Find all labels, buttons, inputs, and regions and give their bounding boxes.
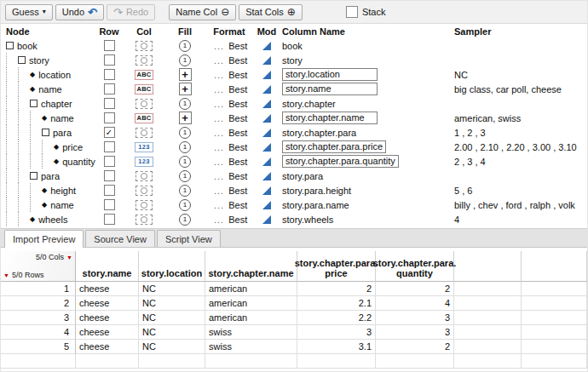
tree-node[interactable]: para: [1, 125, 96, 140]
tree-node[interactable]: story: [1, 53, 96, 67]
no-column-icon[interactable]: [135, 215, 153, 225]
mod-triangle-icon[interactable]: [262, 201, 271, 209]
no-column-icon[interactable]: [135, 41, 153, 51]
row-checkbox[interactable]: [104, 141, 115, 152]
stat-cols-button[interactable]: Stat Cols ⊕: [239, 4, 303, 20]
format-cell[interactable]: ...Best: [204, 186, 255, 196]
fill-once-icon[interactable]: 1: [179, 40, 191, 52]
tree-node[interactable]: ◆height: [1, 183, 96, 197]
column-name-input[interactable]: story.chapter.para.price: [282, 140, 386, 153]
fill-once-icon[interactable]: 1: [179, 54, 191, 66]
format-cell[interactable]: ...Best: [204, 142, 255, 152]
character-type-icon[interactable]: ABC: [135, 113, 153, 123]
tree-node[interactable]: ◆name: [1, 82, 96, 96]
row-checkbox[interactable]: [104, 214, 115, 225]
tab-script-view[interactable]: Script View: [157, 230, 221, 247]
mod-triangle-icon[interactable]: [262, 215, 271, 224]
format-value: Best: [228, 70, 247, 80]
mod-triangle-icon[interactable]: [262, 42, 271, 50]
column-name-cell: story.chapter.para.price: [279, 140, 449, 153]
format-cell[interactable]: ...Best: [204, 128, 255, 138]
fill-once-icon[interactable]: 1: [179, 214, 191, 226]
tree-node[interactable]: ◆wheels: [1, 212, 96, 226]
mod-triangle-icon[interactable]: [262, 186, 271, 195]
fill-cross-icon[interactable]: +: [179, 112, 192, 124]
tree-node[interactable]: ◆location: [1, 67, 96, 82]
tree-node[interactable]: ◆quantity: [1, 154, 96, 169]
mod-triangle-icon[interactable]: [262, 71, 271, 79]
numeric-type-icon[interactable]: 123: [135, 157, 153, 167]
format-cell[interactable]: ...Best: [204, 113, 255, 123]
redo-button[interactable]: ↷ Redo: [107, 4, 155, 20]
fill-once-icon[interactable]: 1: [179, 98, 191, 110]
no-column-icon[interactable]: [135, 55, 153, 66]
tab-source-view[interactable]: Source View: [85, 230, 155, 247]
no-column-icon[interactable]: [135, 99, 153, 109]
tab-import-preview[interactable]: Import Preview: [4, 230, 84, 248]
name-col-button[interactable]: Name Col ⊖: [169, 4, 236, 20]
mod-triangle-icon[interactable]: [262, 114, 271, 123]
tree-node[interactable]: ◆price: [1, 140, 96, 154]
format-cell[interactable]: ...Best: [204, 157, 255, 167]
row-checkbox[interactable]: [104, 199, 115, 210]
fill-once-icon[interactable]: 1: [179, 170, 191, 182]
format-cell[interactable]: ...Best: [204, 171, 255, 181]
character-type-icon[interactable]: ABC: [135, 84, 153, 94]
row-checkbox[interactable]: [104, 40, 115, 51]
tree-node[interactable]: book: [1, 38, 96, 53]
tree-node[interactable]: ◆name: [1, 197, 96, 212]
preview-empty-cell: [454, 325, 522, 340]
row-checkbox[interactable]: [104, 156, 115, 167]
no-column-icon[interactable]: [135, 200, 153, 210]
row-checkbox[interactable]: [104, 112, 115, 123]
fill-cross-icon[interactable]: +: [179, 83, 192, 95]
row-checkbox[interactable]: ✓: [104, 127, 115, 138]
format-cell[interactable]: ...Best: [204, 215, 255, 225]
mod-triangle-icon[interactable]: [262, 157, 271, 166]
format-cell[interactable]: ...Best: [204, 200, 255, 210]
mod-triangle-icon[interactable]: [262, 172, 271, 180]
format-cell[interactable]: ...Best: [204, 41, 255, 51]
fill-cross-icon[interactable]: +: [179, 68, 192, 81]
fill-once-icon[interactable]: 1: [179, 141, 191, 153]
format-cell[interactable]: ...Best: [204, 99, 255, 109]
undo-button[interactable]: Undo ↶: [55, 4, 104, 20]
row-checkbox[interactable]: [104, 185, 115, 196]
columns-menu-icon[interactable]: ▼: [66, 255, 72, 260]
minus-circle-icon: ⊖: [221, 7, 229, 17]
guess-button[interactable]: Guess ▾: [5, 4, 53, 20]
column-name-input[interactable]: story.name: [282, 83, 378, 95]
numeric-type-icon[interactable]: 123: [135, 142, 153, 152]
column-name-input[interactable]: story.chapter.para.quantity: [282, 155, 399, 168]
rows-menu-icon[interactable]: ▼: [3, 272, 9, 278]
format-cell[interactable]: ...Best: [204, 70, 255, 80]
row-checkbox[interactable]: [104, 83, 115, 94]
format-cell[interactable]: ...Best: [204, 84, 255, 94]
character-type-icon[interactable]: ABC: [135, 70, 153, 80]
row-checkbox[interactable]: [104, 98, 115, 109]
mod-triangle-icon[interactable]: [262, 100, 271, 108]
circle-glyph: [141, 100, 147, 107]
no-column-icon[interactable]: [135, 171, 153, 181]
row-checkbox[interactable]: [104, 170, 115, 181]
fill-once-icon[interactable]: 1: [179, 156, 191, 168]
tree-node[interactable]: chapter: [1, 96, 96, 111]
no-column-icon[interactable]: [135, 128, 153, 138]
fill-once-icon[interactable]: 1: [179, 127, 191, 139]
mod-triangle-icon[interactable]: [262, 85, 271, 94]
row-checkbox[interactable]: [104, 69, 115, 80]
no-column-icon[interactable]: [135, 186, 153, 196]
tree-node[interactable]: ◆name: [1, 111, 96, 125]
format-cell[interactable]: ...Best: [204, 55, 255, 66]
mod-triangle-icon[interactable]: [262, 56, 271, 65]
mod-triangle-icon[interactable]: [262, 129, 271, 137]
fill-once-icon[interactable]: 1: [179, 199, 191, 211]
column-name-input[interactable]: story.location: [282, 68, 378, 81]
row-checkbox[interactable]: [104, 54, 115, 66]
tree-node[interactable]: para: [1, 169, 96, 183]
fill-once-icon[interactable]: 1: [179, 185, 191, 197]
node-label: chapter: [41, 99, 72, 109]
stack-checkbox[interactable]: [346, 6, 358, 18]
column-name-input[interactable]: story.chapter.name: [282, 112, 378, 124]
mod-triangle-icon[interactable]: [262, 143, 271, 152]
